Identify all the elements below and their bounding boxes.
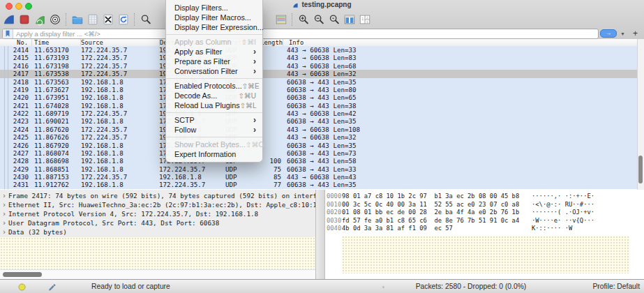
expand-arrow-icon[interactable]: › [0, 200, 8, 209]
detail-line[interactable]: ›User Datagram Protocol, Src Port: 443, … [0, 218, 315, 227]
pane-divider[interactable] [315, 190, 325, 279]
packet-row-2419[interactable]: 241911.673627192.168.1.8172.224.35.7UDP6… [0, 86, 638, 93]
menu-separator [166, 137, 262, 137]
packet-row-2430[interactable]: 243011.887153172.224.35.7192.168.1.8UDP8… [0, 173, 638, 181]
packet-row-2425[interactable]: 242511.867626172.224.35.7192.168.1.8UDP4… [0, 133, 638, 141]
restart-capture-icon[interactable] [33, 12, 47, 27]
capture-options-icon[interactable] [48, 12, 62, 27]
menu-item-conversation-filter[interactable]: Conversation Filter› [166, 66, 262, 76]
hex-empty-area [342, 236, 629, 273]
display-filter-field[interactable] [2, 29, 599, 39]
display-filter-input[interactable] [13, 30, 598, 38]
apply-filter-button[interactable]: → [600, 29, 617, 38]
packet-row-2428[interactable]: 242811.868698192.168.1.8172.224.35.7UDP1… [0, 157, 638, 165]
scrollbar-thumb[interactable] [638, 156, 643, 183]
filter-dropdown-icon[interactable]: ▼ [620, 31, 625, 36]
main-toolbar-right: 123 [274, 10, 373, 29]
packet-row-2416[interactable]: 241611.673198172.224.35.7192.168.1.8UDP4… [0, 62, 638, 70]
detail-line[interactable]: ›Internet Protocol Version 4, Src: 172.2… [0, 209, 315, 218]
menu-item-display-filters[interactable]: Display Filters... [166, 3, 262, 13]
scrollbar-thumb[interactable] [3, 272, 42, 277]
menu-item-display-filter-expression[interactable]: Display Filter Expression... [166, 22, 262, 32]
menu-item-decode-as[interactable]: Decode As...⇧⌘U [166, 91, 262, 100]
packet-bytes-pane: 000098 01 a7 c8 10 1b 2c 97 b1 3a ec 2b … [325, 190, 644, 279]
window-title: testing.pcapng [0, 1, 644, 10]
filter-bar: → ▼ + [2, 29, 642, 38]
expert-info-icon[interactable] [18, 283, 26, 292]
column-header-no[interactable]: No. [0, 39, 32, 46]
expand-arrow-icon[interactable]: › [0, 227, 8, 236]
stop-capture-icon[interactable] [17, 12, 31, 27]
main-toolbar [1, 10, 153, 29]
save-file-icon[interactable] [86, 12, 100, 27]
expand-arrow-icon[interactable]: › [0, 191, 8, 200]
layout-panes-icon[interactable]: 123 [358, 12, 372, 27]
packet-count: Packets: 2580 - Dropped: 0 (0.0%) [391, 283, 551, 290]
filter-bookmark-icon[interactable] [3, 29, 13, 38]
packet-row-2418[interactable]: 241811.673563192.168.1.8172.224.35.7UDP6… [0, 78, 638, 86]
packet-row-2426[interactable]: 242611.867920192.168.1.8172.224.35.7UDP6… [0, 142, 638, 149]
capture-comment-icon[interactable] [47, 283, 56, 292]
menu-item-show-packet-bytes: Show Packet Bytes...⇧⌘O [166, 140, 262, 149]
find-packet-icon[interactable] [139, 12, 153, 27]
packet-list: 241411.653170172.224.35.7192.168.1.8UDP4… [0, 46, 638, 189]
hex-row[interactable]: 00404b 0d 3a 3a 81 af f1 09 ec 57K·::···… [325, 225, 644, 233]
hex-row[interactable]: 000098 01 a7 c8 10 1b 2c 97 b1 3a ec 2b … [325, 193, 644, 201]
column-header-info[interactable]: Info [283, 39, 638, 46]
resize-columns-icon[interactable] [343, 12, 357, 27]
zoom-reset-icon[interactable] [327, 12, 341, 27]
packet-row-2417[interactable]: 241711.673538172.224.35.7192.168.1.8UDP4… [0, 70, 638, 77]
packet-row-2429[interactable]: 242911.868851192.168.1.8172.224.35.7UDP7… [0, 165, 638, 173]
wireshark-fin-icon[interactable] [2, 12, 16, 27]
menu-separator [166, 78, 262, 79]
expand-arrow-icon[interactable]: › [0, 218, 8, 227]
column-header-length[interactable]: Length [260, 39, 283, 46]
menu-item-apply-as-column: Apply as Column⇧⌘I [166, 37, 262, 47]
add-filter-button[interactable]: + [633, 29, 638, 38]
column-header-time[interactable]: Time [32, 39, 81, 46]
colorize-packets-icon[interactable] [274, 12, 288, 27]
column-header-source[interactable]: Source [81, 39, 160, 46]
menu-item-display-filter-macros[interactable]: Display Filter Macros... [166, 13, 262, 22]
menu-item-enabled-protocols[interactable]: Enabled Protocols...⇧⌘E [166, 81, 262, 91]
window-chrome: testing.pcapng [0, 0, 644, 40]
detail-line[interactable]: ›Ethernet II, Src: HuaweiTechno_3a:ec:2b… [0, 200, 315, 209]
toolbar-separator [134, 13, 135, 26]
menu-item-expert-information[interactable]: Expert Information [166, 149, 262, 159]
zoom-out-icon[interactable] [312, 12, 326, 27]
reload-file-icon[interactable] [117, 12, 130, 27]
menu-item-prepare-as-filter[interactable]: Prepare as Filter› [166, 57, 262, 66]
expand-arrow-icon[interactable]: › [0, 209, 8, 218]
packet-row-2424[interactable]: 242411.867620172.224.35.7192.168.1.8UDP4… [0, 126, 638, 133]
packet-row-2421[interactable]: 242111.674028192.168.1.8172.224.35.7UDP6… [0, 102, 638, 110]
packet-row-2415[interactable]: 241511.673193172.224.35.7192.168.1.8UDP4… [0, 54, 638, 61]
toolbar-separator [66, 13, 67, 26]
packet-row-2422[interactable]: 242211.689719172.224.35.7192.168.1.8UDP4… [0, 110, 638, 117]
details-empty-area [0, 237, 315, 270]
packet-row-2420[interactable]: 242011.673951192.168.1.8172.224.35.7UDP6… [0, 93, 638, 101]
zoom-in-icon[interactable] [297, 12, 310, 27]
status-separator [382, 286, 384, 288]
packet-row-2431[interactable]: 243111.912762192.168.1.8172.224.35.7UDP7… [0, 181, 638, 188]
packet-list-scrollbar[interactable] [637, 39, 644, 190]
packet-row-2423[interactable]: 242311.690021192.168.1.8172.224.35.7UDP6… [0, 117, 638, 125]
details-horizontal-scrollbar[interactable] [0, 269, 315, 279]
packet-row-2427[interactable]: 242711.868074192.168.1.8172.224.35.7UDP6… [0, 149, 638, 157]
menu-item-follow[interactable]: Follow› [166, 125, 262, 135]
menu-item-sctp[interactable]: SCTP› [166, 115, 262, 125]
submenu-arrow-icon: › [253, 126, 256, 133]
packet-details-pane: ›Frame 2417: 74 bytes on wire (592 bits)… [0, 190, 315, 279]
packet-row-2414[interactable]: 241411.653170172.224.35.7192.168.1.8UDP4… [0, 46, 638, 54]
hex-row[interactable]: 001000 3c 5c 0c 40 00 3a 11 52 55 ac e0 … [325, 201, 644, 209]
detail-line[interactable]: ›Frame 2417: 74 bytes on wire (592 bits)… [0, 191, 315, 200]
submenu-arrow-icon: › [253, 68, 256, 75]
hex-dump: 000098 01 a7 c8 10 1b 2c 97 b1 3a ec 2b … [325, 193, 644, 233]
hex-row[interactable]: 0030fd 57 fe a0 b1 c8 65 c6 de 8e 76 7b … [325, 217, 644, 225]
hex-row[interactable]: 002001 08 01 bb ec de 00 28 2e ba 4f 4a … [325, 209, 644, 217]
menu-item-apply-as-filter[interactable]: Apply as Filter› [166, 47, 262, 57]
menu-item-reload-lua-plugins[interactable]: Reload Lua Plugins⇧⌘L [166, 100, 262, 110]
detail-line[interactable]: ›Data (32 bytes) [0, 227, 315, 236]
close-file-icon[interactable] [101, 12, 115, 27]
profile-indicator[interactable]: Profile: Default [592, 283, 640, 290]
open-file-icon[interactable] [70, 12, 84, 27]
